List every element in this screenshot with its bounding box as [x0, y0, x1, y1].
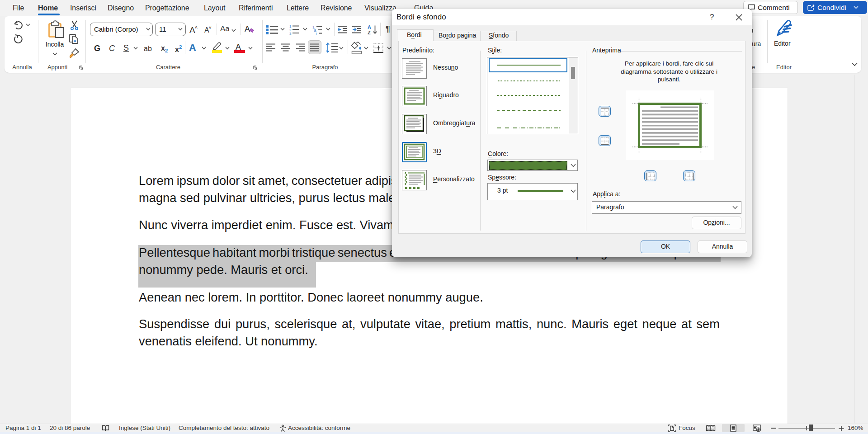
- svg-text:i: i: [316, 31, 317, 35]
- svg-text:3: 3: [289, 32, 292, 35]
- svg-text:A: A: [368, 24, 371, 30]
- svg-text:Z: Z: [368, 30, 371, 35]
